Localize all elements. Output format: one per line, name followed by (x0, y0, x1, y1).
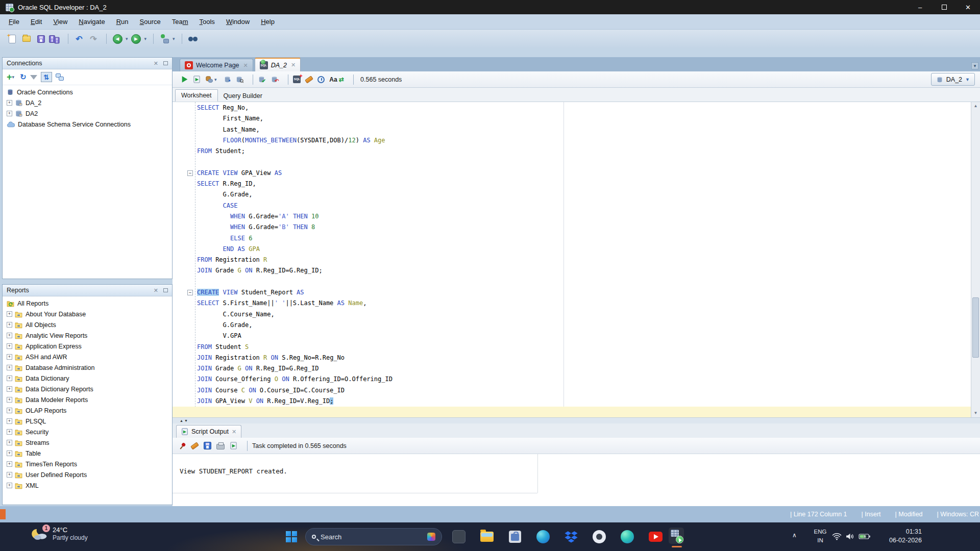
code-line[interactable]: SELECT Reg_No, (173, 103, 971, 113)
menu-view[interactable]: View (47, 15, 73, 28)
tree-item-timesten-reports[interactable]: +TimesTen Reports (3, 459, 172, 469)
taskbar-weather-widget[interactable]: 1 24°C Partly cloudy (32, 525, 88, 542)
tree-item-data-dictionary[interactable]: +Data Dictionary (3, 373, 172, 384)
script-output-close-icon[interactable]: ✕ (232, 429, 236, 435)
taskbar-search[interactable]: Search (305, 528, 442, 545)
code-line[interactable]: C.Course_Name, (173, 309, 971, 320)
scroll-up-icon[interactable]: ▲ (971, 102, 980, 110)
fold-collapse-icon[interactable]: − (187, 290, 193, 295)
save-all-icon[interactable] (49, 33, 61, 45)
output-splitter[interactable]: ▲▼ (173, 417, 980, 423)
connections-dropdown-icon[interactable]: ▾ (173, 36, 175, 41)
sql-editor[interactable]: SELECT Reg_No, First_Name, Last_Name, FL… (173, 102, 980, 417)
tree-item-all-objects[interactable]: +All Objects (3, 319, 172, 330)
expand-icon[interactable]: + (7, 440, 12, 445)
filter-icon[interactable] (30, 75, 37, 80)
add-connection-icon[interactable]: +▾ (7, 73, 16, 81)
code-line[interactable]: WHEN G.Grade='A' THEN 10 (173, 211, 971, 222)
print-output-icon[interactable] (216, 442, 225, 449)
tray-overflow-icon[interactable]: ∧ (792, 532, 797, 539)
connections-close-icon[interactable]: ✕ (154, 60, 158, 67)
commit-icon[interactable]: ✔ (258, 75, 266, 84)
tree-item-application-express[interactable]: +Application Express (3, 341, 172, 352)
save-icon[interactable] (35, 33, 47, 45)
find-icon[interactable] (187, 33, 199, 45)
expand-icon[interactable]: + (7, 408, 12, 413)
github-desktop-icon[interactable] (592, 529, 607, 544)
menu-file[interactable]: File (3, 15, 25, 28)
run-statement-icon[interactable] (181, 76, 188, 83)
taskbar-clock[interactable]: 01:31 06-02-2026 (872, 528, 922, 545)
menu-window[interactable]: Window (220, 15, 255, 28)
tab-close-icon[interactable]: ✕ (291, 62, 296, 68)
reports-close-icon[interactable]: ✕ (154, 287, 158, 294)
edge-icon[interactable] (535, 529, 551, 544)
tree-item-ash-and-awr[interactable]: +ASH and AWR (3, 352, 172, 362)
connections-icon[interactable] (158, 33, 170, 45)
scroll-down-icon[interactable]: ▼ (971, 409, 980, 417)
sql-tuning-icon[interactable] (236, 76, 243, 83)
back-icon[interactable]: ◀ (111, 33, 124, 45)
rerun-script-icon[interactable] (230, 442, 237, 449)
menu-edit[interactable]: Edit (25, 15, 47, 28)
volume-icon[interactable] (845, 533, 855, 542)
code-line[interactable]: JOIN Registration R ON S.Reg_No=R.Reg_No (173, 353, 971, 363)
file-explorer-icon[interactable] (479, 529, 495, 544)
tree-item-da2[interactable]: +DA2 (3, 108, 172, 119)
code-line[interactable]: First_Name, (173, 113, 971, 124)
expand-icon[interactable]: + (7, 343, 12, 349)
undo-icon[interactable]: ↶ (73, 33, 85, 45)
tree-item-database-schema-service-connections[interactable]: Database Schema Service Connections (3, 119, 172, 130)
tree-item-da-2[interactable]: +DA_2 (3, 97, 172, 108)
expand-icon[interactable]: + (7, 472, 12, 478)
tab-close-icon[interactable]: ✕ (243, 62, 248, 69)
doc-tab-da-2[interactable]: SQLDA_2✕ (255, 58, 301, 71)
expand-icon[interactable]: + (7, 461, 12, 467)
subtab-worksheet[interactable]: Worksheet (175, 89, 218, 102)
connection-selector[interactable]: DA_2 ▼ (931, 73, 975, 86)
expand-icon[interactable]: + (7, 333, 12, 338)
code-line[interactable]: CASE (173, 201, 971, 211)
clear-icon[interactable] (305, 78, 313, 82)
forward-icon[interactable]: ▶ (130, 33, 142, 45)
tree-item-user-defined-reports[interactable]: +User Defined Reports (3, 469, 172, 480)
output-content[interactable]: View STUDENT_REPORT created. (173, 454, 980, 506)
code-line[interactable]: −CREATE VIEW Student_Report AS (173, 287, 971, 298)
scrollbar-thumb[interactable] (972, 297, 979, 357)
code-line[interactable]: V.GPA (173, 331, 971, 341)
tree-item-data-dictionary-reports[interactable]: +Data Dictionary Reports (3, 384, 172, 394)
menu-run[interactable]: Run (111, 15, 134, 28)
expand-icon[interactable]: + (7, 418, 12, 424)
autotrace-icon[interactable]: ▾ (205, 76, 219, 83)
expand-icon[interactable]: + (7, 354, 12, 360)
menu-source[interactable]: Source (134, 15, 166, 28)
menu-tools[interactable]: Tools (194, 15, 220, 28)
code-line[interactable] (173, 277, 971, 287)
code-line[interactable]: JOIN Grade G ON R.Reg_ID=G.Reg_ID; (173, 265, 971, 276)
forward-dropdown-icon[interactable]: ▾ (144, 36, 147, 41)
collapse-all-icon[interactable] (56, 73, 64, 81)
sql-history-icon[interactable] (317, 76, 325, 83)
tree-item-security[interactable]: +Security (3, 427, 172, 437)
expand-icon[interactable]: + (7, 450, 12, 456)
tree-item-olap-reports[interactable]: +OLAP Reports (3, 405, 172, 416)
editor-vertical-scrollbar[interactable]: ▲ ▼ (971, 102, 980, 417)
code-line[interactable]: JOIN Course C ON O.Course_ID=C.Course_ID (173, 385, 971, 396)
tree-item-xml[interactable]: +XML (3, 480, 172, 491)
code-line[interactable]: JOIN GPA_View V ON R.Reg_ID=V.Reg_ID; (173, 396, 971, 407)
unshared-worksheet-icon[interactable]: SQL (293, 76, 301, 83)
clear-output-icon[interactable] (191, 444, 199, 448)
script-output-tab[interactable]: Script Output ✕ (176, 425, 241, 438)
tree-item-table[interactable]: +Table (3, 448, 172, 459)
code-line[interactable]: FLOOR(MONTHS_BETWEEN(SYSDATE,DOB)/12) AS… (173, 135, 971, 146)
reports-minimize-icon[interactable] (163, 288, 168, 292)
expand-icon[interactable]: + (7, 100, 12, 106)
code-line[interactable]: FROM Registration R (173, 255, 971, 265)
expand-icon[interactable]: + (7, 311, 12, 317)
run-script-icon[interactable] (193, 76, 201, 83)
code-line[interactable]: END AS GPA (173, 244, 971, 255)
connections-minimize-icon[interactable] (163, 61, 168, 65)
menu-help[interactable]: Help (255, 15, 280, 28)
menu-team[interactable]: Team (166, 15, 194, 28)
new-file-icon[interactable]: ✦ (6, 33, 18, 45)
